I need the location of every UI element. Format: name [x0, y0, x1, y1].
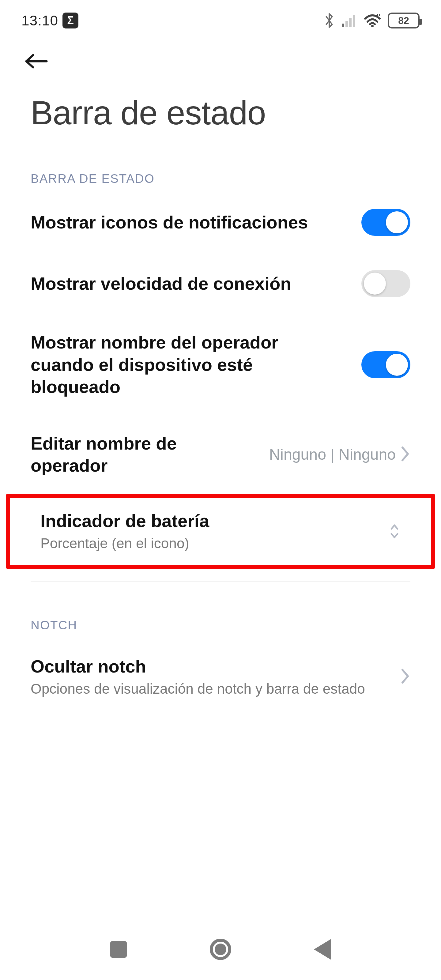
row-title: Indicador de batería: [40, 510, 373, 532]
row-title: Mostrar iconos de notificaciones: [30, 211, 346, 234]
svg-rect-1: [345, 21, 348, 27]
row-edit-carrier-name[interactable]: Editar nombre de operador Ninguno | Ning…: [0, 415, 441, 494]
row-title: Editar nombre de operador: [30, 433, 187, 477]
nav-recent-button[interactable]: [106, 937, 131, 962]
toggle-notification-icons[interactable]: [361, 209, 411, 236]
row-title: Ocultar notch: [30, 655, 385, 678]
signal-icon: [342, 14, 357, 27]
row-connection-speed[interactable]: Mostrar velocidad de conexión: [0, 253, 441, 314]
nav-back-button[interactable]: [310, 937, 335, 962]
section-header-statusbar: BARRA DE ESTADO: [0, 135, 441, 192]
row-hide-notch[interactable]: Ocultar notch Opciones de visualización …: [0, 638, 441, 715]
carrier-value: Ninguno | Ninguno: [269, 445, 396, 463]
app-sigma-icon: Σ: [62, 13, 78, 29]
page-title: Barra de estado: [0, 75, 441, 135]
row-carrier-when-locked[interactable]: Mostrar nombre del operador cuando el di…: [0, 314, 441, 415]
row-title: Mostrar velocidad de conexión: [30, 272, 346, 295]
toggle-connection-speed[interactable]: [361, 270, 411, 297]
bluetooth-icon: [323, 13, 335, 29]
chevron-right-icon: [400, 668, 411, 686]
row-subtitle: Porcentaje (en el icono): [40, 532, 373, 553]
svg-rect-2: [349, 18, 352, 27]
back-button[interactable]: [20, 49, 53, 75]
nav-home-button[interactable]: [208, 937, 233, 962]
svg-rect-3: [353, 15, 355, 27]
status-bar: 13:10 Σ: [0, 0, 441, 30]
status-right: 82: [323, 13, 420, 29]
row-notification-icons[interactable]: Mostrar iconos de notificaciones: [0, 192, 441, 253]
row-title: Mostrar nombre del operador cuando el di…: [30, 331, 346, 398]
battery-percent-label: 82: [398, 15, 409, 26]
battery-icon: 82: [388, 13, 420, 29]
nav-row: [0, 30, 441, 75]
status-time: 13:10: [21, 12, 58, 29]
toggle-carrier-when-locked[interactable]: [361, 351, 411, 378]
row-subtitle: Opciones de visualización de notch y bar…: [30, 678, 385, 698]
svg-point-4: [371, 25, 374, 27]
svg-rect-0: [342, 24, 344, 27]
wifi-icon: [364, 14, 381, 27]
chevron-right-icon: [400, 445, 411, 463]
row-battery-indicator[interactable]: Indicador de batería Porcentaje (en el i…: [6, 494, 435, 569]
updown-icon: [388, 522, 401, 541]
section-header-notch: NOTCH: [0, 582, 441, 638]
system-navbar: [0, 928, 441, 980]
status-left: 13:10 Σ: [21, 12, 78, 29]
